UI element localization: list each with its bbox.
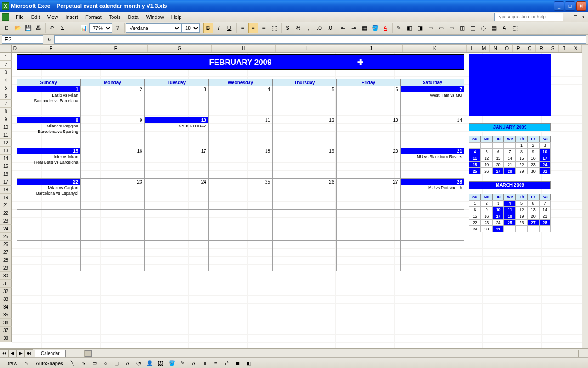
line-style-icon[interactable]: ≡: [200, 359, 209, 368]
fill-color-button[interactable]: 🪣: [370, 23, 380, 33]
toolbar-icon[interactable]: A: [499, 23, 509, 33]
row-header[interactable]: 16: [0, 170, 12, 178]
mini-day-cell[interactable]: 21: [539, 213, 551, 219]
row-header[interactable]: 2: [0, 61, 12, 69]
row-header[interactable]: 15: [0, 162, 12, 170]
column-header[interactable]: T: [559, 45, 570, 52]
toolbar-icon[interactable]: ◫: [468, 23, 478, 33]
new-button[interactable]: 🗋: [2, 23, 12, 33]
tab-last-button[interactable]: ⏭: [25, 349, 33, 357]
calendar-day-cell[interactable]: 24: [145, 179, 209, 210]
toolbar-icon[interactable]: ◫: [457, 23, 467, 33]
open-button[interactable]: 📂: [12, 23, 23, 33]
row-header[interactable]: 8: [0, 108, 12, 115]
vertical-scrollbar[interactable]: [582, 45, 588, 348]
mini-day-cell[interactable]: 6: [492, 149, 504, 155]
tab-prev-button[interactable]: ◀: [8, 349, 17, 357]
toolbar-icon[interactable]: ▭: [436, 23, 446, 33]
draw-menu-button[interactable]: Draw: [3, 360, 20, 367]
calendar-day-cell[interactable]: [145, 210, 209, 241]
sort-button[interactable]: ↓: [68, 23, 78, 33]
fill-color-icon[interactable]: 🪣: [167, 359, 176, 368]
zoom-select[interactable]: 77%: [89, 23, 112, 33]
font-size-select[interactable]: 18: [181, 23, 200, 33]
row-header[interactable]: 11: [0, 131, 12, 139]
tab-next-button[interactable]: ▶: [17, 349, 25, 357]
calendar-day-cell[interactable]: [336, 241, 400, 271]
mini-day-cell[interactable]: 26: [516, 219, 527, 226]
calendar-day-cell[interactable]: 26: [272, 179, 336, 210]
minimize-button[interactable]: _: [554, 1, 564, 11]
calendar-day-cell[interactable]: [209, 241, 272, 271]
mini-day-cell[interactable]: 27: [492, 168, 504, 174]
mini-day-cell[interactable]: 10: [539, 149, 551, 155]
mini-day-cell[interactable]: 17: [539, 155, 551, 161]
calendar-day-cell[interactable]: [80, 210, 144, 241]
mini-day-cell[interactable]: [516, 226, 527, 232]
calendar-day-cell[interactable]: [145, 241, 209, 271]
calendar-day-cell[interactable]: [17, 241, 80, 271]
mini-day-cell[interactable]: 16: [527, 155, 539, 161]
calendar-day-cell[interactable]: 13: [336, 117, 400, 148]
align-center-button[interactable]: ≡: [248, 23, 258, 33]
column-header[interactable]: S: [547, 45, 559, 52]
calendar-day-cell[interactable]: 2: [80, 86, 144, 117]
calendar-day-cell[interactable]: 19: [272, 148, 336, 179]
calendar-day-cell[interactable]: 21MU vs Blackburn Rovers: [401, 148, 464, 179]
select-objects-icon[interactable]: ↖: [22, 359, 31, 368]
column-header[interactable]: K: [403, 45, 467, 52]
mini-day-cell[interactable]: 13: [527, 207, 539, 213]
row-header[interactable]: 25: [0, 233, 12, 241]
calendar-day-cell[interactable]: [272, 210, 336, 241]
menu-view[interactable]: View: [44, 13, 62, 21]
mini-day-cell[interactable]: 30: [527, 168, 539, 174]
row-header[interactable]: 22: [0, 209, 12, 217]
mini-day-cell[interactable]: 29: [469, 226, 481, 232]
decrease-decimal-button[interactable]: .0: [325, 23, 335, 33]
percent-button[interactable]: %: [293, 23, 303, 33]
mini-day-cell[interactable]: 3: [539, 142, 551, 149]
help-search-input[interactable]: [494, 13, 563, 21]
horizontal-scrollbar[interactable]: [84, 350, 579, 357]
autoshapes-button[interactable]: AutoShapes: [33, 360, 66, 367]
column-header[interactable]: O: [501, 45, 513, 52]
row-header[interactable]: 23: [0, 217, 12, 225]
line-color-icon[interactable]: ✎: [178, 359, 187, 368]
mini-day-cell[interactable]: 14: [504, 155, 515, 161]
calendar-day-cell[interactable]: 16: [80, 148, 144, 179]
column-header[interactable]: M: [478, 45, 490, 52]
row-header[interactable]: 29: [0, 264, 12, 272]
mini-day-cell[interactable]: 18: [469, 161, 481, 168]
toolbar-icon[interactable]: ◧: [404, 23, 414, 33]
mini-day-cell[interactable]: 20: [492, 161, 504, 168]
calendar-day-cell[interactable]: 12: [272, 117, 336, 148]
picture-icon[interactable]: 🖼: [156, 359, 165, 368]
wordart-icon[interactable]: A: [123, 359, 132, 368]
toolbar-icon[interactable]: ◌: [478, 23, 488, 33]
calendar-day-cell[interactable]: 8Milan vs RegginaBarcelona vs Sporting: [17, 117, 80, 148]
column-header[interactable]: D: [12, 45, 18, 52]
calendar-day-cell[interactable]: 17: [145, 148, 209, 179]
mini-day-cell[interactable]: 11: [504, 207, 515, 213]
font-color-icon[interactable]: A: [189, 359, 198, 368]
mini-day-cell[interactable]: 9: [527, 149, 539, 155]
mini-day-cell[interactable]: 23: [481, 219, 492, 226]
column-header[interactable]: F: [84, 45, 148, 52]
calendar-day-cell[interactable]: 20: [336, 148, 400, 179]
print-button[interactable]: 🖶: [34, 23, 44, 33]
calendar-day-cell[interactable]: 6: [336, 86, 400, 117]
calendar-day-cell[interactable]: 23: [80, 179, 144, 210]
menu-format[interactable]: Format: [82, 13, 105, 21]
mini-day-cell[interactable]: [527, 226, 539, 232]
mini-day-cell[interactable]: 13: [492, 155, 504, 161]
menu-data[interactable]: Data: [124, 13, 142, 21]
maximize-button[interactable]: □: [565, 1, 575, 11]
row-header[interactable]: 6: [0, 92, 12, 100]
currency-button[interactable]: $: [283, 23, 293, 33]
row-header[interactable]: 12: [0, 139, 12, 147]
calendar-day-cell[interactable]: 25: [209, 179, 272, 210]
row-header[interactable]: 9: [0, 115, 12, 123]
row-header[interactable]: 27: [0, 248, 12, 256]
formula-input[interactable]: [54, 35, 586, 44]
mini-day-cell[interactable]: [492, 142, 504, 149]
